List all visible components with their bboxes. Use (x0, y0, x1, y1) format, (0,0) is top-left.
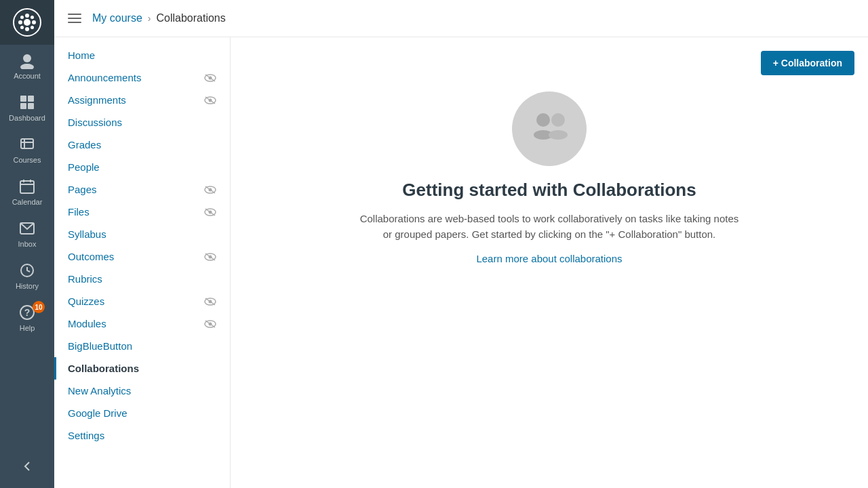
svg-point-50 (549, 130, 568, 140)
sidebar-item-inbox[interactable]: Inbox (0, 213, 54, 255)
svg-point-9 (23, 54, 31, 62)
course-nav-item-quizzes[interactable]: Quizzes (54, 290, 230, 312)
svg-point-0 (24, 19, 31, 26)
svg-point-5 (20, 16, 24, 19)
course-nav-item-collaborations[interactable]: Collaborations (54, 357, 230, 380)
course-nav-item-people[interactable]: People (54, 156, 230, 178)
global-navigation: Account Dashboard Courses (0, 0, 54, 488)
course-nav-item-files[interactable]: Files (54, 201, 230, 223)
course-navigation: HomeAnnouncements Assignments Discussion… (54, 37, 231, 488)
course-nav-label-rubrics: Rubrics (68, 273, 102, 285)
add-collaboration-button[interactable]: + Collaboration (761, 51, 854, 75)
inbox-icon (18, 220, 36, 237)
sidebar-item-help[interactable]: 10 ? Help (0, 297, 54, 339)
course-nav-label-files: Files (68, 206, 90, 218)
course-nav-label-bigbluebutton: BigBlueButton (68, 340, 132, 352)
course-nav-item-google-drive[interactable]: Google Drive (54, 402, 230, 424)
course-nav-label-google-drive: Google Drive (68, 407, 127, 419)
svg-rect-15 (21, 139, 33, 148)
course-nav-label-quizzes: Quizzes (68, 296, 104, 307)
course-nav-label-grades: Grades (68, 139, 101, 150)
top-bar: My course › Collaborations (54, 0, 868, 37)
empty-state: Getting started with Collaborations Coll… (258, 92, 841, 264)
course-nav-item-new-analytics[interactable]: New Analytics (54, 380, 230, 402)
sidebar-item-courses[interactable]: Courses (0, 129, 54, 171)
visibility-icon-quizzes[interactable] (204, 297, 216, 306)
breadcrumb-current: Collaborations (156, 12, 225, 24)
help-badge: 10 (33, 301, 45, 313)
dashboard-icon (18, 94, 36, 111)
courses-icon (18, 136, 36, 153)
course-nav-label-modules: Modules (68, 318, 106, 329)
breadcrumb-parent[interactable]: My course (92, 12, 142, 24)
svg-point-6 (31, 16, 34, 19)
course-nav-label-new-analytics: New Analytics (68, 385, 131, 396)
course-nav-item-rubrics[interactable]: Rubrics (54, 268, 230, 290)
svg-rect-13 (20, 103, 26, 109)
calendar-icon (18, 178, 36, 195)
course-nav-label-people: People (68, 161, 100, 173)
visibility-icon-pages[interactable] (204, 185, 216, 195)
main-area: My course › Collaborations HomeAnnouncem… (54, 0, 868, 488)
course-nav-label-syllabus: Syllabus (68, 228, 106, 240)
visibility-icon-assignments[interactable] (204, 96, 216, 105)
course-nav-item-assignments[interactable]: Assignments (54, 89, 230, 111)
breadcrumb: My course › Collaborations (92, 12, 226, 24)
course-nav-item-modules[interactable]: Modules (54, 312, 230, 335)
course-nav-item-pages[interactable]: Pages (54, 178, 230, 201)
breadcrumb-separator: › (148, 13, 151, 24)
page-content: + Collaboration Getting started with Col… (231, 37, 868, 488)
svg-rect-18 (20, 181, 34, 193)
course-nav-item-syllabus[interactable]: Syllabus (54, 223, 230, 245)
hamburger-menu[interactable] (68, 14, 81, 23)
course-nav-label-assignments: Assignments (68, 94, 126, 106)
svg-point-8 (31, 26, 34, 29)
empty-state-description: Collaborations are web-based tools to wo… (359, 211, 739, 242)
svg-point-10 (20, 64, 34, 69)
sidebar-item-account[interactable]: Account (0, 45, 54, 87)
svg-point-2 (25, 27, 29, 31)
collaborations-empty-icon (512, 92, 587, 166)
learn-more-link[interactable]: Learn more about collaborations (476, 253, 622, 264)
history-icon (18, 262, 36, 279)
nav-bottom (0, 451, 54, 488)
visibility-icon-files[interactable] (204, 207, 216, 217)
svg-text:?: ? (24, 307, 31, 318)
svg-point-3 (18, 20, 22, 24)
course-nav-label-outcomes: Outcomes (68, 251, 114, 262)
course-nav-label-home: Home (68, 49, 95, 61)
svg-point-7 (20, 26, 24, 29)
course-nav-item-announcements[interactable]: Announcements (54, 66, 230, 89)
visibility-icon-modules[interactable] (204, 319, 216, 329)
visibility-icon-announcements[interactable] (204, 73, 216, 83)
svg-point-47 (536, 113, 550, 127)
sidebar-item-dashboard[interactable]: Dashboard (0, 87, 54, 129)
course-nav-label-discussions: Discussions (68, 117, 122, 128)
course-nav-item-discussions[interactable]: Discussions (54, 111, 230, 134)
course-nav-item-bigbluebutton[interactable]: BigBlueButton (54, 335, 230, 357)
course-nav-label-announcements: Announcements (68, 72, 141, 83)
svg-point-1 (25, 14, 29, 18)
visibility-icon-outcomes[interactable] (204, 252, 216, 262)
course-nav-label-settings: Settings (68, 430, 104, 441)
course-nav-item-outcomes[interactable]: Outcomes (54, 245, 230, 268)
svg-rect-11 (20, 96, 26, 102)
account-icon (18, 52, 36, 69)
svg-point-49 (551, 113, 565, 127)
course-nav-item-grades[interactable]: Grades (54, 134, 230, 156)
course-nav-label-pages: Pages (68, 184, 97, 195)
collapse-nav-button[interactable] (0, 451, 54, 481)
sidebar-item-calendar[interactable]: Calendar (0, 171, 54, 213)
course-nav-item-settings[interactable]: Settings (54, 424, 230, 447)
canvas-logo[interactable] (0, 0, 54, 45)
svg-rect-14 (28, 103, 34, 109)
sidebar-item-history[interactable]: History (0, 255, 54, 297)
empty-state-title: Getting started with Collaborations (402, 180, 696, 201)
content-row: HomeAnnouncements Assignments Discussion… (54, 37, 868, 488)
logo-icon (13, 8, 41, 37)
course-nav-label-collaborations: Collaborations (68, 363, 139, 374)
course-nav-item-home[interactable]: Home (54, 44, 230, 66)
svg-point-4 (32, 20, 36, 24)
svg-rect-12 (28, 96, 34, 102)
